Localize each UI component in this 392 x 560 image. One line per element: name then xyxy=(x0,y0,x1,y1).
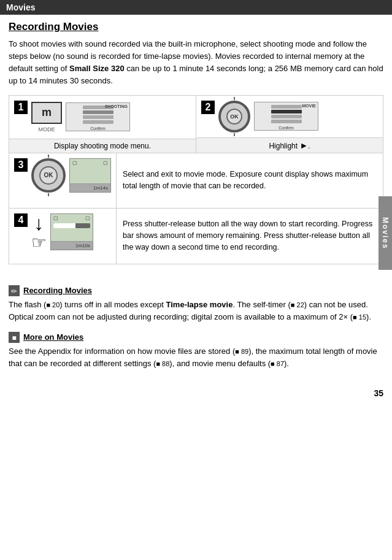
step-3-dial: OK xyxy=(31,158,66,193)
note-2-title: More on Movies xyxy=(23,332,83,342)
note-2-ref2: ■ 88 xyxy=(156,360,169,367)
note-2-icon: ■ xyxy=(9,332,20,343)
step-3-lcd: ▢ ▢ 1m14s xyxy=(69,158,111,193)
page-title: Recording Movies xyxy=(9,21,383,33)
pencil-note-icon: ✏ xyxy=(9,285,20,296)
note-2-ref3: ■ 87 xyxy=(271,360,284,367)
menu-item-2 xyxy=(83,110,113,114)
mode-label: MODE xyxy=(39,126,55,132)
step3-tick-top xyxy=(48,155,49,158)
step-1-caption: Display shooting mode menu. xyxy=(9,139,196,153)
notes-section: ✏ Recording Movies The flash (■ 20) turn… xyxy=(0,273,392,385)
step-3-icon-top-right: ▢ xyxy=(103,160,108,166)
step-3-outer-ring: OK xyxy=(31,158,66,193)
note-1-timer-ref: ■ 22 xyxy=(291,301,304,309)
steps-row-1-2: 1 m MODE SHOOTING xyxy=(9,96,383,153)
step-4-icon-top-right: ▢ xyxy=(85,215,90,221)
confirm-label-2: Confirm xyxy=(279,126,294,130)
step-3-lcd-bottom: 1m14s xyxy=(70,183,110,192)
tick-top xyxy=(234,97,235,100)
ok-inner-button: OK xyxy=(226,109,242,125)
header-bar: Movies xyxy=(0,0,392,15)
step-4-description: Press shutter-release button all the way… xyxy=(123,218,377,253)
note-1-text-2: ) turns off in all modes except xyxy=(60,300,166,309)
note-1-title-row: ✏ Recording Movies xyxy=(9,285,383,296)
step-4-arrow-icon: ↓ xyxy=(34,213,44,233)
movie-label: MOVIE xyxy=(302,104,316,108)
note-1-body: The flash (■ 20) turns off in all modes … xyxy=(9,299,383,323)
step-4-number: 4 xyxy=(14,213,28,227)
side-tab-label: Movies xyxy=(381,217,390,250)
movie-menu-2-highlighted xyxy=(271,110,302,113)
step-1-camera-area: SHOOTING Confirm xyxy=(66,102,191,131)
movie-menu-3 xyxy=(271,115,302,118)
note-2-text-3: ), and movie menu defaults ( xyxy=(169,359,271,368)
side-tab: Movies xyxy=(379,196,392,270)
step-3-left: 3 OK ▢ ▢ xyxy=(9,153,117,208)
step-4-hand-icon: ☞ xyxy=(31,234,47,251)
step-4-shutter-illustration: ↓ ☞ xyxy=(31,213,47,251)
step-2-image: OK xyxy=(218,101,250,132)
step-2-col: 2 OK xyxy=(196,96,383,153)
note-1-icon: ✏ xyxy=(9,285,20,296)
step-2-content: 2 OK xyxy=(196,96,383,137)
ok-dial: OK xyxy=(218,101,250,132)
intro-bold: Small Size 320 xyxy=(69,64,125,73)
menu-item-4 xyxy=(83,120,113,124)
note-1-bold: Time-lapse movie xyxy=(166,300,233,309)
main-content: Recording Movies To shoot movies with so… xyxy=(0,15,392,273)
svg-text:■: ■ xyxy=(12,334,16,342)
note-2-text-1: See the Appendix for information on how … xyxy=(9,347,235,356)
step-3-lcd-top: ▢ ▢ xyxy=(70,159,110,167)
note-1: ✏ Recording Movies The flash (■ 20) turn… xyxy=(9,285,383,323)
step-3-ok-button: OK xyxy=(39,166,58,185)
step-1-col: 1 m MODE SHOOTING xyxy=(9,96,196,153)
step-2-camera-area: MOVIE Confirm xyxy=(254,102,378,131)
header-title: Movies xyxy=(6,2,35,12)
mode-m-letter: m xyxy=(42,106,52,119)
tick-bottom xyxy=(234,133,235,136)
step-1-content: 1 m MODE SHOOTING xyxy=(9,96,196,139)
step-4-progress-bar-container xyxy=(53,223,90,228)
step-3-icon-top-left: ▢ xyxy=(72,160,77,166)
step-3-description: Select and exit to movie mode. Exposure … xyxy=(123,169,377,192)
note-1-title: Recording Movies xyxy=(23,286,92,295)
movie-menu-mock xyxy=(269,102,304,126)
mode-button-icon: m xyxy=(31,102,62,124)
step-1-image: m MODE xyxy=(31,102,62,132)
step-2-number: 2 xyxy=(201,101,215,114)
movie-menu-4 xyxy=(271,120,302,123)
shooting-label: SHOOTING xyxy=(105,104,128,109)
step-4-lcd-bottom: 1m10s xyxy=(51,241,93,250)
svg-text:✏: ✏ xyxy=(11,287,17,296)
note-1-text-1: The flash ( xyxy=(9,300,46,309)
step-3-lcd-body xyxy=(70,167,110,183)
movie-menu-1 xyxy=(271,105,302,109)
note-1-zoom-ref: ■ 15 xyxy=(353,313,366,321)
steps-container: 1 m MODE SHOOTING xyxy=(9,95,383,264)
step-4-lcd: ▢ ▢ 1m10s xyxy=(50,213,93,250)
step-2-camera-screen: MOVIE Confirm xyxy=(254,102,318,131)
step-3-row: 3 OK ▢ ▢ xyxy=(9,153,383,209)
step-4-row: 4 ↓ ☞ ▢ ▢ 1m10s xyxy=(9,209,383,264)
note-2-text-4: ). xyxy=(284,359,289,368)
ok-outer-ring: OK xyxy=(218,101,250,132)
note-1-text-5: ). xyxy=(366,312,371,321)
step-4-lcd-top: ▢ ▢ xyxy=(51,214,93,222)
step-4-right: Press shutter-release button all the way… xyxy=(117,209,383,264)
intro-paragraph: To shoot movies with sound recorded via … xyxy=(9,38,383,88)
note-2-body: See the Appendix for information on how … xyxy=(9,345,383,370)
menu-item-3 xyxy=(83,115,113,119)
step-4-progress-bar-fill xyxy=(53,223,75,228)
step-4-left: 4 ↓ ☞ ▢ ▢ 1m10s xyxy=(9,209,117,264)
note-2: ■ More on Movies See the Appendix for in… xyxy=(9,332,383,370)
info-note-icon: ■ xyxy=(9,332,20,343)
page-number: 35 xyxy=(0,385,392,402)
note-2-title-row: ■ More on Movies xyxy=(9,332,383,343)
highlight-arrow-icon: ► xyxy=(299,140,308,150)
note-2-ref1: ■ 89 xyxy=(235,348,248,355)
step-1-number: 1 xyxy=(14,101,28,114)
note-1-flash-ref: ■ 20 xyxy=(46,301,60,309)
step-3-right: Select and exit to movie mode. Exposure … xyxy=(117,153,383,208)
note-1-text-3: . The self-timer ( xyxy=(233,300,290,309)
